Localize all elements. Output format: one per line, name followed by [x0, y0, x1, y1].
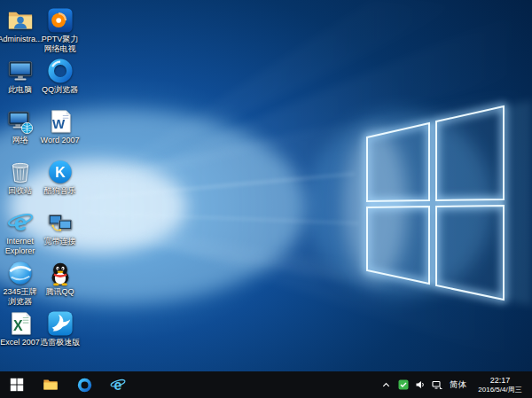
tray-time: 22:17 [473, 376, 528, 386]
icon-label: 此电脑 [8, 85, 32, 95]
pptv-icon [47, 7, 74, 34]
broadband-connection-icon [47, 209, 74, 236]
icon-label: 回收站 [8, 186, 32, 196]
taskbar: e [0, 371, 532, 398]
desktop-icon-kugou-music[interactable]: K 酷狗音乐 [40, 159, 80, 209]
desktop-icon-qq-browser[interactable]: QQ浏览器 [40, 58, 80, 108]
icon-label: Internet Explorer [0, 237, 40, 255]
desktop-icon-tencent-qq[interactable]: 腾讯QQ [40, 260, 80, 310]
icon-label: 2345王牌浏览器 [0, 287, 40, 306]
icon-label: 腾讯QQ [45, 287, 74, 297]
chevron-up-icon [381, 380, 391, 390]
desktop-icon-administrator[interactable]: Administra... [0, 7, 40, 58]
desktop-icon-internet-explorer[interactable]: e Internet Explorer [0, 209, 40, 260]
qq-browser-taskbar-icon [77, 378, 92, 393]
user-files-icon [7, 7, 34, 34]
icon-label: QQ浏览器 [42, 85, 78, 95]
icon-label: Administra... [0, 35, 43, 44]
desktop-icon-recycle-bin[interactable]: 回收站 [0, 159, 40, 209]
word-2007-icon: W [47, 108, 74, 135]
desktop-icon-pptv[interactable]: PPTV聚力 网络电视 [40, 7, 80, 58]
security-check-icon [398, 379, 409, 390]
tray-app-button[interactable] [396, 374, 410, 395]
tray-expand-button[interactable] [379, 374, 393, 395]
this-pc-icon [7, 58, 34, 84]
excel-2007-icon: X [7, 310, 34, 337]
desktop-icon-network[interactable]: 网络 [0, 108, 40, 159]
icon-label: 宽带连接 [44, 237, 76, 246]
icon-label: PPTV聚力 网络电视 [40, 35, 80, 53]
tray-clock[interactable]: 22:17 2016/5/4/周三 [473, 376, 528, 394]
desktop-icon-excel-2007[interactable]: X Excel 2007 [0, 310, 40, 361]
start-button[interactable] [0, 371, 34, 398]
network-tray-icon [432, 379, 442, 390]
desktop-icon-this-pc[interactable]: 此电脑 [0, 58, 40, 108]
qq-browser-icon [47, 58, 74, 84]
file-explorer-icon [43, 378, 59, 392]
desktop-icon-broadband[interactable]: 宽带连接 [40, 209, 80, 260]
icon-label: 迅雷极速版 [40, 338, 80, 347]
wallpaper [0, 0, 532, 371]
qq-browser-taskbar-button[interactable] [67, 371, 101, 398]
desktop-icon-grid: Administra... 此电脑 [0, 7, 80, 361]
tray-date: 2016/5/4/周三 [473, 386, 528, 394]
desktop-icon-thunder[interactable]: 迅雷极速版 [40, 310, 80, 361]
recycle-bin-icon [7, 159, 34, 185]
tencent-qq-icon [47, 260, 74, 286]
desktop: Administra... 此电脑 [0, 0, 532, 398]
icon-label: Word 2007 [41, 136, 80, 145]
internet-explorer-icon: e [7, 209, 34, 236]
icon-label: Excel 2007 [0, 338, 40, 347]
thunder-icon [47, 310, 74, 337]
svg-text:X: X [12, 318, 22, 333]
volume-button[interactable] [413, 374, 426, 395]
ie-taskbar-button[interactable]: e [101, 371, 135, 398]
file-explorer-button[interactable] [34, 371, 67, 398]
svg-text:K: K [55, 165, 66, 180]
desktop-icon-word-2007[interactable]: W Word 2007 [40, 108, 80, 159]
network-tray-button[interactable] [430, 374, 443, 395]
desktop-icon-2345-browser[interactable]: 2345王牌浏览器 [0, 260, 40, 310]
svg-text:W: W [52, 116, 66, 131]
network-icon [7, 108, 34, 135]
icon-label: 酷狗音乐 [44, 186, 76, 196]
internet-explorer-taskbar-icon: e [110, 377, 126, 393]
kugou-music-icon: K [47, 159, 74, 185]
volume-icon [415, 379, 426, 390]
2345-browser-icon [7, 260, 34, 286]
windows-logo-icon [10, 378, 24, 392]
system-tray: 简体 22:17 2016/5/4/周三 [379, 371, 532, 398]
icon-label: 网络 [12, 136, 28, 145]
ime-language-indicator[interactable]: 简体 [447, 379, 469, 391]
